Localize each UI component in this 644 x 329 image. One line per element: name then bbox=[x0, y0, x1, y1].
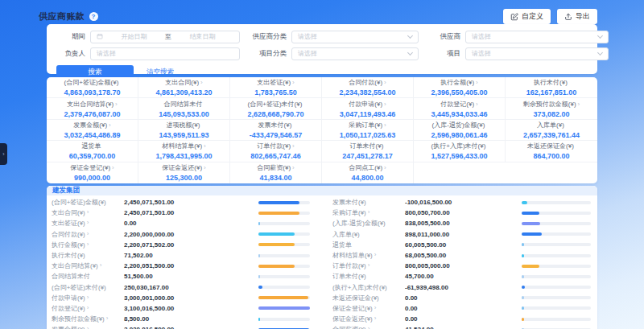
metric-value: 2,450,071,501.00 bbox=[124, 199, 258, 206]
metric-row[interactable]: 支出合同(¥) › 2,450,071,501.00 bbox=[52, 208, 310, 218]
stat-cell[interactable]: 采购订单(¥) › 1,050,117,025.63 bbox=[322, 120, 414, 141]
metric-row[interactable]: 采购订单(¥) › 800,050,700.00 bbox=[332, 208, 591, 218]
stat-cell[interactable]: 付款申请(¥) › 3,047,119,493.46 bbox=[322, 98, 414, 119]
chevron-down-icon bbox=[407, 33, 413, 39]
stat-cell[interactable]: 执行金额(¥) › 2,396,550,405.00 bbox=[414, 77, 506, 98]
stat-cell[interactable]: 订单未付(¥) 247,451,278.17 bbox=[322, 141, 414, 162]
filter-panel: 期间 开始日期 至 结束日期 供应商分类 请选择 供应商 请选择 负责人 bbox=[47, 24, 597, 74]
chevron-right-icon: › bbox=[200, 79, 203, 86]
metric-row[interactable]: 未返还保证金(¥) 0.00 bbox=[332, 293, 591, 303]
supplier-category-select[interactable]: 请选择 bbox=[291, 31, 419, 43]
stat-label: 发票未付(¥) bbox=[258, 121, 294, 130]
metric-value: 0.00 bbox=[405, 305, 522, 312]
customize-button[interactable]: 自定义 bbox=[503, 9, 551, 24]
supplier-select[interactable]: 请选择 bbox=[465, 31, 609, 43]
project-category-select[interactable]: 请选择 bbox=[291, 47, 419, 60]
metric-row[interactable]: 支出签证(¥) › 0.00 bbox=[52, 218, 310, 228]
metric-row[interactable]: 保证金登记(¥) › 0.00 bbox=[332, 303, 591, 314]
metric-row[interactable]: 付款登记(¥) › 3,100,016,500.00 bbox=[52, 303, 310, 314]
help-icon[interactable]: ? bbox=[89, 12, 98, 21]
metric-value: 60,005,500.00 bbox=[405, 241, 522, 249]
metric-row[interactable]: 订单付款(¥) › 800,005,000.00 bbox=[332, 261, 591, 271]
stat-cell[interactable]: (合同+签证)未付(¥) 2,628,668,790.70 bbox=[230, 98, 322, 119]
metric-label: 退货单 bbox=[332, 241, 405, 249]
metric-row[interactable]: 保证金返还(¥) › 0.00 bbox=[332, 314, 591, 324]
metric-bar-track bbox=[258, 265, 310, 268]
stat-label: (执行+入库)未付(¥) bbox=[431, 142, 488, 150]
stat-cell[interactable]: 进项税额(¥) 143,959,511.93 bbox=[138, 120, 230, 141]
stat-cell[interactable]: 退货单 60,359,700.00 bbox=[47, 141, 138, 162]
stat-cell[interactable]: 合同结算未付 145,093,533.00 bbox=[138, 98, 230, 119]
metric-bar-fill bbox=[258, 212, 299, 215]
stat-label: (合同+签证)未付(¥) bbox=[248, 100, 304, 109]
stat-cell[interactable]: 保证金登记(¥) › 990,000.00 bbox=[47, 162, 138, 183]
metric-bar-fill bbox=[258, 265, 295, 268]
metric-row[interactable]: 执行金额(¥) › 2,200,071,502.00 bbox=[52, 240, 310, 250]
stat-cell[interactable]: 合同付款(¥) › 2,234,382,554.00 bbox=[322, 77, 414, 98]
metric-label: 合同结算未付 bbox=[52, 272, 124, 281]
chevron-right-icon: › bbox=[374, 251, 377, 260]
metric-row[interactable]: 合同结算未付 51,500.00 bbox=[52, 271, 310, 282]
stat-cell[interactable]: 执行未付(¥) 162,167,851.00 bbox=[506, 77, 597, 98]
period-date-range[interactable]: 开始日期 至 结束日期 bbox=[90, 31, 240, 43]
metric-row[interactable]: 剩余预付款金额(¥) › 8,500.00 bbox=[52, 314, 310, 324]
metric-bar-track bbox=[258, 296, 310, 299]
stat-cell[interactable]: 剩余预付款金额(¥) › 373,082.00 bbox=[506, 98, 597, 119]
metric-row[interactable]: 发票未付(¥) -100,016,500.00 bbox=[332, 197, 591, 208]
metric-row[interactable]: 发票金额(¥) › 3,030,016,500.00 bbox=[52, 324, 310, 329]
project-category-label: 项目分类 bbox=[240, 49, 287, 59]
metric-row[interactable]: (执行+入库)未付(¥) -61,939,498.00 bbox=[332, 282, 591, 293]
stat-cell[interactable]: 付款登记(¥) › 3,445,934,033.46 bbox=[414, 98, 506, 119]
stat-cell[interactable]: 入库单(¥) 2,657,339,761.44 bbox=[506, 120, 597, 141]
stat-cell[interactable]: 合同薪资(¥) › 41,834.00 bbox=[230, 162, 322, 183]
metric-row[interactable]: 退货单 60,005,500.00 bbox=[332, 240, 591, 250]
group-header[interactable]: 建发集团 bbox=[47, 186, 597, 195]
metric-value: 8,500.00 bbox=[124, 315, 258, 323]
stat-label: 支出合同结算(¥) › bbox=[67, 100, 117, 109]
project-select[interactable]: 请选择 bbox=[465, 47, 609, 60]
stat-label: 执行金额(¥) › bbox=[440, 78, 477, 87]
stat-cell[interactable]: 合同点工(¥) › 44,800.00 bbox=[322, 162, 414, 183]
metric-label: 发票金额(¥) › bbox=[52, 325, 124, 329]
stat-cell[interactable]: 支出合同(¥) › 4,861,309,413.20 bbox=[138, 77, 230, 98]
stat-cell[interactable]: 保证金返还(¥) › 125,300.00 bbox=[138, 162, 230, 183]
metric-label: 剩余预付款金额(¥) › bbox=[52, 315, 124, 323]
metric-row[interactable]: 材料结算单(¥) › 68,005,500.00 bbox=[332, 250, 591, 261]
metric-row[interactable]: (合同+签证)金额(¥) 2,450,071,501.00 bbox=[52, 197, 310, 208]
metric-row[interactable]: 入库单(¥) 898,011,000.00 bbox=[332, 229, 591, 240]
metric-row[interactable]: 支出合同结算(¥) › 2,200,051,500.00 bbox=[52, 261, 310, 271]
stat-label: 合同付款(¥) › bbox=[349, 78, 386, 87]
metric-bar-fill bbox=[522, 286, 525, 289]
stat-cell[interactable]: 订单付款(¥) › 802,665,747.46 bbox=[230, 141, 322, 162]
stats-panel: (合同+签证)金额(¥) 4,863,093,178.70 支出合同(¥) › … bbox=[47, 77, 597, 183]
stat-cell[interactable]: 发票金额(¥) › 3,032,454,486.89 bbox=[47, 120, 138, 141]
metric-label: 合同付款(¥) › bbox=[52, 230, 124, 239]
metric-value: 800,005,000.00 bbox=[405, 262, 522, 269]
stat-cell[interactable]: 未返还保证金(¥) 864,700.00 bbox=[506, 141, 597, 162]
stat-cell[interactable]: (执行+入库)未付(¥) 1,527,596,433.00 bbox=[414, 141, 506, 162]
metric-row[interactable]: 执行未付(¥) 71,502.00 bbox=[52, 250, 310, 261]
metric-value: 2,450,071,501.00 bbox=[124, 209, 258, 216]
metric-row[interactable]: 订单未付(¥) 45,700.00 bbox=[332, 271, 591, 282]
metric-label: 未返还保证金(¥) bbox=[332, 294, 405, 302]
export-button[interactable]: 导出 bbox=[557, 9, 597, 24]
metric-row[interactable]: 合同薪资(¥) › 41,534.00 bbox=[332, 324, 591, 329]
stat-cell[interactable]: 材料结算单(¥) › 1,798,431,995.00 bbox=[138, 141, 230, 162]
stat-label: 合同结算未付 bbox=[164, 100, 204, 109]
owner-select[interactable]: 请选择 bbox=[90, 47, 240, 60]
metric-row[interactable]: 合同付款(¥) › 2,200,000,000.00 bbox=[52, 229, 310, 240]
stat-label: 合同薪资(¥) › bbox=[257, 163, 294, 172]
stat-cell[interactable]: 发票未付(¥) -433,479,546.57 bbox=[230, 120, 322, 141]
metric-row[interactable]: (入库-退货)金额(¥) 838,005,500.00 bbox=[332, 218, 591, 228]
stat-cell[interactable]: (入库-退货)金额(¥) 2,596,980,061.46 bbox=[414, 120, 506, 141]
stat-cell[interactable]: 支出合同结算(¥) › 2,379,476,087.00 bbox=[47, 98, 138, 119]
stat-cell[interactable]: (合同+签证)金额(¥) 4,863,093,178.70 bbox=[47, 77, 138, 98]
stat-cell[interactable]: 支出签证(¥) › 1,783,765.50 bbox=[230, 77, 322, 98]
metric-row[interactable]: 付款申请(¥) › 3,000,001,000.00 bbox=[52, 293, 310, 303]
metric-value: 250,030,167.00 bbox=[124, 284, 258, 291]
metric-value: 3,100,016,500.00 bbox=[124, 305, 258, 312]
metric-row[interactable]: (合同+签证)未付(¥) 250,030,167.00 bbox=[52, 282, 310, 293]
clear-search-link[interactable]: 清空搜索 bbox=[147, 68, 174, 77]
chevron-down-icon bbox=[407, 50, 413, 56]
sidebar-toggle[interactable]: › bbox=[0, 143, 7, 165]
